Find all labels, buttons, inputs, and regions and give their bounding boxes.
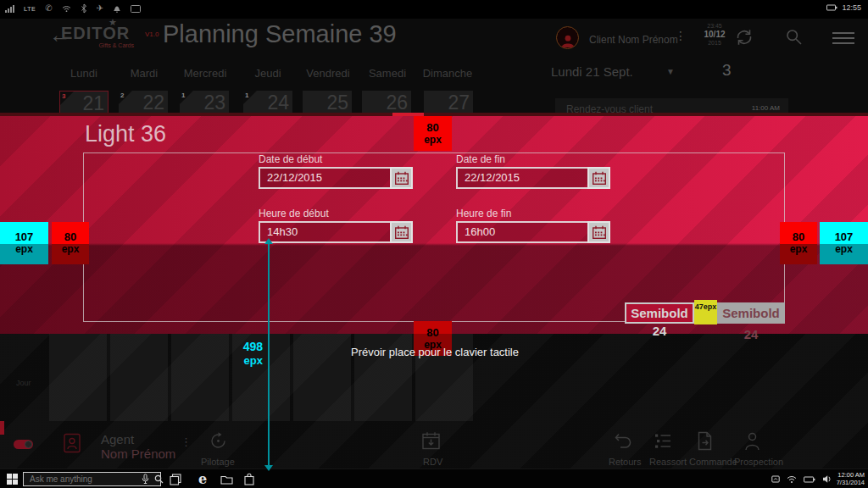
prospection-person-icon bbox=[743, 431, 761, 451]
chevron-down-icon[interactable]: ▼ bbox=[666, 67, 675, 76]
start-button[interactable] bbox=[7, 474, 18, 485]
wifi-icon bbox=[62, 5, 71, 13]
date-fin-picker-button[interactable] bbox=[587, 167, 610, 189]
day-mardi[interactable]: Mardi bbox=[114, 67, 175, 80]
heure-debut-label: Heure de début bbox=[259, 208, 329, 219]
measure-arrow-down bbox=[264, 465, 273, 471]
reassort-button[interactable] bbox=[654, 432, 672, 450]
toggle-knob bbox=[25, 441, 32, 448]
show-hidden-icons[interactable] bbox=[771, 475, 780, 483]
pilotage-button[interactable] bbox=[209, 431, 228, 451]
refresh-icon bbox=[734, 27, 754, 47]
star-icon: ★ bbox=[108, 17, 117, 28]
version-label: V1.0 bbox=[145, 30, 159, 38]
header-clock: 23:45 10/12 2015 bbox=[700, 23, 729, 47]
search-icon[interactable] bbox=[154, 474, 164, 484]
day-jeudi[interactable]: Jeudi bbox=[237, 67, 298, 80]
logo-tagline: Gifts & Cards bbox=[61, 42, 134, 48]
rdv-button[interactable] bbox=[421, 431, 441, 451]
search-input[interactable] bbox=[24, 474, 142, 484]
heure-debut-input[interactable]: 14h30 bbox=[259, 221, 390, 243]
tray-battery-icon[interactable] bbox=[804, 476, 815, 483]
search-icon bbox=[785, 28, 803, 46]
app-logo: EDITOR ★ Gifts & Cards bbox=[61, 25, 134, 48]
day-header-row: Lundi Mardi Mercredi Jeudi Vendredi Same… bbox=[0, 67, 559, 80]
agent-badge-button[interactable] bbox=[63, 433, 81, 453]
status-time: 12:55 bbox=[842, 3, 861, 12]
ok-button[interactable]: Semibold 24 bbox=[717, 302, 785, 324]
id-badge-icon bbox=[63, 433, 81, 453]
cortana-search-box[interactable] bbox=[23, 472, 161, 486]
date-fin-field: 22/12/2015 bbox=[456, 167, 610, 189]
edge-marker bbox=[0, 421, 4, 435]
retours-label: Retours bbox=[609, 457, 642, 467]
task-view-button[interactable] bbox=[170, 474, 181, 485]
badge-count: 1 bbox=[245, 92, 248, 99]
commande-button[interactable] bbox=[696, 431, 714, 451]
measure-arrow-up bbox=[264, 238, 273, 244]
search-button[interactable] bbox=[785, 28, 803, 46]
measure-left-inner: 80epx bbox=[52, 222, 89, 264]
tray-wifi-icon[interactable] bbox=[787, 475, 797, 484]
phone-icon: ✆ bbox=[45, 4, 52, 13]
shopping-bag-icon bbox=[244, 473, 254, 485]
volume-icon[interactable] bbox=[822, 474, 832, 484]
task-view-icon bbox=[170, 474, 181, 485]
badge-count: 3 bbox=[62, 92, 65, 100]
page-title: Planning Semaine 39 bbox=[163, 20, 397, 48]
measure-right-outer: 107epx bbox=[820, 222, 868, 264]
bluetooth-icon bbox=[81, 3, 87, 14]
heure-debut-picker-button[interactable] bbox=[390, 221, 413, 243]
calendar-icon bbox=[592, 171, 607, 186]
agent-menu-ellipsis[interactable]: ⋮ bbox=[181, 435, 192, 448]
panel-time: 11:00 AM bbox=[752, 104, 780, 112]
keyboard-note: Prévoir place pour le clavier tactile bbox=[308, 346, 562, 358]
measure-line bbox=[268, 244, 270, 466]
date-fin-input[interactable]: 22/12/2015 bbox=[456, 167, 587, 189]
status-bar: LTE ✆ ✈ 12:55 bbox=[0, 0, 868, 19]
heure-fin-input[interactable]: 16h00 bbox=[456, 221, 587, 243]
list-icon bbox=[654, 432, 672, 450]
day-samedi[interactable]: Samedi bbox=[357, 67, 418, 80]
battery-icon bbox=[826, 4, 837, 11]
undo-icon bbox=[613, 431, 632, 451]
windows-taskbar: e 12:00 AM 7/31/2014 bbox=[0, 469, 868, 488]
day-mercredi[interactable]: Mercredi bbox=[175, 67, 236, 80]
selected-day-dropdown[interactable]: Lundi 21 Sept. bbox=[551, 64, 633, 79]
internet-explorer-icon[interactable]: e bbox=[198, 471, 207, 487]
agent-toggle[interactable] bbox=[14, 440, 33, 449]
prospection-label: Prospection bbox=[734, 457, 783, 467]
agent-label: Agent bbox=[101, 432, 134, 446]
agent-name[interactable]: Nom Prénom bbox=[101, 446, 175, 461]
day-dimanche[interactable]: Dimanche bbox=[417, 67, 478, 80]
microphone-icon[interactable] bbox=[142, 474, 149, 485]
cancel-button[interactable]: Semibold 24 bbox=[625, 302, 694, 324]
client-avatar[interactable] bbox=[556, 26, 579, 49]
clock-year: 2015 bbox=[700, 40, 729, 47]
retours-button[interactable] bbox=[613, 431, 632, 451]
screen: LTE ✆ ✈ 12:55 ← EDITOR ★ Gif bbox=[0, 0, 868, 488]
hamburger-menu-button[interactable] bbox=[832, 32, 854, 44]
day-vendredi[interactable]: Vendredi bbox=[298, 67, 359, 80]
clock-date: 10/12 bbox=[700, 30, 729, 40]
date-debut-picker-button[interactable] bbox=[390, 167, 413, 189]
client-name[interactable]: Client Nom Prénom bbox=[589, 34, 678, 46]
store-button[interactable] bbox=[244, 473, 254, 485]
client-menu-ellipsis[interactable]: ⋮ bbox=[675, 29, 687, 42]
file-explorer-button[interactable] bbox=[220, 474, 233, 485]
badge-count: 2 bbox=[120, 92, 124, 99]
heure-fin-picker-button[interactable] bbox=[587, 221, 610, 243]
reassort-label: Reassort bbox=[649, 457, 687, 467]
document-icon bbox=[696, 431, 714, 451]
day-lundi[interactable]: Lundi bbox=[53, 67, 114, 80]
taskbar-clock[interactable]: 12:00 AM 7/31/2014 bbox=[832, 471, 865, 486]
refresh-button[interactable] bbox=[734, 27, 754, 47]
signal-icon bbox=[5, 4, 14, 13]
date-debut-input[interactable]: 22/12/2015 bbox=[259, 167, 390, 189]
clock-time: 23:45 bbox=[700, 23, 729, 30]
prospection-button[interactable] bbox=[743, 431, 761, 451]
rdv-label: RDV bbox=[423, 457, 442, 467]
system-tray bbox=[771, 474, 832, 484]
badge-count: 1 bbox=[181, 92, 185, 99]
modal-title-style-label: Light 36 bbox=[85, 121, 166, 147]
